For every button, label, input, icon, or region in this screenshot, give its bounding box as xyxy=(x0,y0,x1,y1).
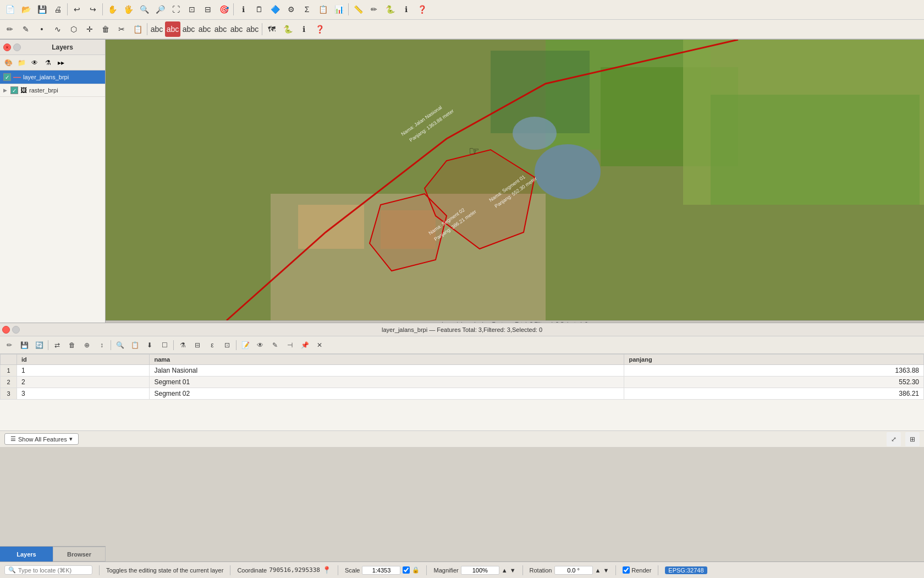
layer-visibility-check-raster[interactable]: ✓ xyxy=(10,86,18,94)
help-btn[interactable]: ❓ xyxy=(414,2,430,17)
cut-btn[interactable]: ✂ xyxy=(114,21,129,37)
identify-btn[interactable]: ℹ xyxy=(235,2,251,17)
edit-btn[interactable]: ✎ xyxy=(18,21,34,37)
pan-btn[interactable]: ✋ xyxy=(105,2,120,17)
rotation-input[interactable] xyxy=(554,566,593,575)
info2-btn[interactable]: ℹ xyxy=(296,21,311,37)
zoom-select-btn[interactable]: ⊟ xyxy=(200,2,216,17)
copy-btn[interactable]: 📋 xyxy=(130,21,145,37)
dock-btn[interactable]: 📌 xyxy=(298,338,312,352)
attr-table-btn[interactable]: 📋 xyxy=(315,2,331,17)
annotate-btn[interactable]: ✏ xyxy=(366,2,382,17)
col-id[interactable]: id xyxy=(17,355,150,365)
manage-map-themes-btn[interactable]: 👁 xyxy=(29,57,41,69)
python2-btn[interactable]: 🐍 xyxy=(280,21,295,37)
zoom-in-btn[interactable]: 🔍 xyxy=(136,2,152,17)
filter2-btn[interactable]: ⊟ xyxy=(190,338,205,352)
zoom-out-btn[interactable]: 🔎 xyxy=(152,2,168,17)
epsg-badge[interactable]: EPSG:32748 xyxy=(665,566,707,574)
layer-item-raster[interactable]: ▶ ✓ 🖼 raster_brpi xyxy=(0,84,105,97)
label5-tool[interactable]: abc xyxy=(213,21,228,37)
show-all-features-btn[interactable]: ☰ Show All Features ▾ xyxy=(4,433,79,445)
redo-btn[interactable]: ↪ xyxy=(85,2,101,17)
close-tb-btn[interactable]: ✕ xyxy=(312,338,327,352)
select-feature-btn[interactable]: 🔷 xyxy=(267,2,283,17)
map-tip-btn[interactable]: 🗒 xyxy=(251,2,267,17)
col-nama[interactable]: nama xyxy=(150,355,624,365)
expand-icon-raster[interactable]: ▶ xyxy=(3,88,7,93)
zoom-native-btn[interactable]: 🎯 xyxy=(216,2,232,17)
layer-visibility-check-jalans[interactable]: ✓ xyxy=(3,73,11,81)
map-canvas[interactable]: Nama: Jalan Nasional Panjang: 1363.88 me… xyxy=(106,40,924,323)
paste-btn[interactable]: ⬇ xyxy=(142,338,157,352)
info-btn[interactable]: ℹ xyxy=(398,2,414,17)
forms-btn[interactable]: 📝 xyxy=(238,338,252,352)
expand-panel-btn[interactable]: ⤢ xyxy=(887,432,901,446)
col-panjang[interactable]: panjang xyxy=(624,355,924,365)
save-as-btn[interactable]: 🖨 xyxy=(50,2,65,17)
label3-tool[interactable]: abc xyxy=(181,21,196,37)
label6-tool[interactable]: abc xyxy=(229,21,244,37)
split-btn[interactable]: ⊣ xyxy=(283,338,297,352)
zoom-map-btn[interactable]: ⊡ xyxy=(220,338,234,352)
save-btn[interactable]: 💾 xyxy=(34,2,50,17)
col-visibility-btn[interactable]: 👁 xyxy=(253,338,267,352)
digitize-btn[interactable]: ✏ xyxy=(2,21,18,37)
table-row[interactable]: 3 3 Segment 02 386.21 xyxy=(1,388,924,400)
render-map-btn[interactable]: 🗺 xyxy=(264,21,279,37)
undo-btn[interactable]: ↩ xyxy=(69,2,85,17)
magnifier-input[interactable] xyxy=(461,566,499,575)
zoom-full-btn[interactable]: ⛶ xyxy=(168,2,184,17)
zoom-layer-btn[interactable]: ⊡ xyxy=(184,2,200,17)
rotation-spinner-up[interactable]: ▲ xyxy=(595,567,601,574)
pan-map-btn[interactable]: 🖐 xyxy=(120,2,136,17)
filter-layer-btn[interactable]: ⚗ xyxy=(42,57,54,69)
open-layer-style-btn[interactable]: 🎨 xyxy=(2,57,14,69)
render-toggle[interactable]: Render xyxy=(623,566,651,574)
edit-mode-btn[interactable]: ✏ xyxy=(2,338,16,352)
move-feature-btn[interactable]: ✛ xyxy=(82,21,97,37)
deselect-btn[interactable]: ⚙ xyxy=(283,2,299,17)
table-row[interactable]: 2 2 Segment 01 552.30 xyxy=(1,377,924,388)
tab-browser[interactable]: Browser xyxy=(53,547,106,561)
render-checkbox[interactable] xyxy=(623,566,630,574)
add-polygon-btn[interactable]: ⬡ xyxy=(66,21,81,37)
layer-item-jalans[interactable]: ✓ — layer_jalans_brpi xyxy=(0,70,105,84)
table-row[interactable]: 1 1 Jalan Nasional 1363.88 xyxy=(1,365,924,377)
locate-bar[interactable]: 🔍 xyxy=(4,565,92,575)
new-file-btn[interactable]: 📄 xyxy=(2,2,18,17)
layout-btn[interactable]: ⊞ xyxy=(905,432,920,446)
new-feature-btn[interactable]: ⊕ xyxy=(80,338,94,352)
save-edits-btn[interactable]: 💾 xyxy=(17,338,31,352)
reload-btn[interactable]: 🔄 xyxy=(32,338,46,352)
label7-tool[interactable]: abc xyxy=(245,21,260,37)
add-line-btn[interactable]: ∿ xyxy=(50,21,65,37)
label4-tool[interactable]: abc xyxy=(197,21,212,37)
pan-to-sel-btn[interactable]: ↕ xyxy=(95,338,109,352)
zoom-to-sel-btn[interactable]: 🔍 xyxy=(113,338,127,352)
magnifier-spinner-down[interactable]: ▼ xyxy=(510,567,516,574)
collapse-button[interactable] xyxy=(13,43,21,51)
rotation-spinner-down[interactable]: ▼ xyxy=(603,567,609,574)
more-options-btn[interactable]: ▸▸ xyxy=(55,57,67,69)
expression-btn[interactable]: ε xyxy=(205,338,219,352)
multi-edit-btn[interactable]: ✎ xyxy=(268,338,282,352)
scale-lock-check[interactable] xyxy=(403,566,410,574)
help2-btn[interactable]: ❓ xyxy=(312,21,327,37)
magnifier-spinner-up[interactable]: ▲ xyxy=(502,567,508,574)
filter-btn[interactable]: ⚗ xyxy=(175,338,190,352)
attr-close-btn[interactable] xyxy=(2,326,10,334)
delete-sel-btn[interactable]: 🗑 xyxy=(65,338,79,352)
select-all-btn[interactable]: ☐ xyxy=(157,338,172,352)
delete-btn[interactable]: 🗑 xyxy=(98,21,113,37)
tab-layers[interactable]: Layers xyxy=(0,547,53,561)
add-point-btn[interactable]: • xyxy=(34,21,50,37)
open-field-calc[interactable]: 📊 xyxy=(331,2,346,17)
stats-btn[interactable]: Σ xyxy=(299,2,315,17)
add-group-btn[interactable]: 📁 xyxy=(15,57,28,69)
col-rownum[interactable] xyxy=(1,355,17,365)
copy-sel-btn[interactable]: 📋 xyxy=(128,338,142,352)
close-button[interactable]: × xyxy=(3,43,11,51)
scale-input[interactable] xyxy=(362,566,400,575)
locate-input[interactable] xyxy=(18,567,84,574)
